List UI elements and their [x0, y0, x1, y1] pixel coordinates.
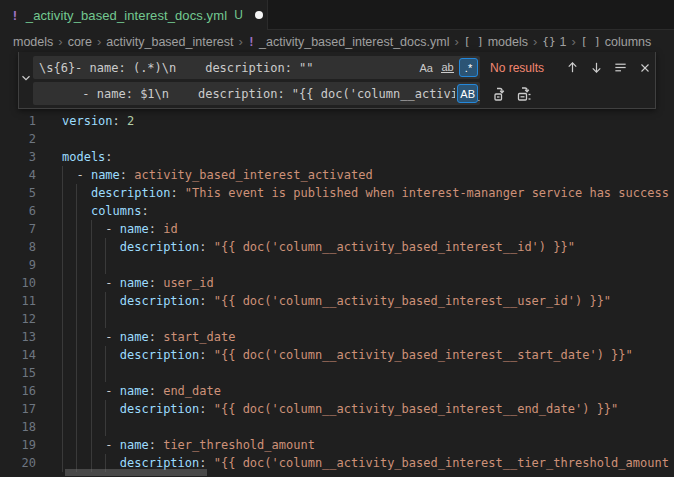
arrow-up-icon: [565, 60, 580, 75]
breadcrumb-separator-icon: ›: [237, 34, 243, 49]
indent-guide: [76, 364, 77, 382]
line-number[interactable]: 7: [0, 220, 36, 238]
chevron-down-icon: [19, 71, 33, 89]
editor-pane[interactable]: 1version: 223models:4 - name: activity_b…: [0, 52, 674, 477]
code-line[interactable]: 2: [0, 130, 674, 148]
preserve-case-toggle[interactable]: AB: [457, 84, 478, 103]
line-number[interactable]: 3: [0, 148, 36, 166]
line-number[interactable]: 2: [0, 130, 36, 148]
code-line[interactable]: 6 columns:: [0, 202, 674, 220]
indent-guide: [62, 310, 63, 328]
find-in-selection-button[interactable]: [610, 57, 631, 78]
replace-icon: [493, 86, 509, 102]
breadcrumb-item-core[interactable]: core: [68, 35, 92, 49]
code-line[interactable]: 4 - name: activity_based_interest_activa…: [0, 166, 674, 184]
breadcrumb-item-activity_based_interest[interactable]: activity_based_interest: [106, 35, 233, 49]
replace-input[interactable]: - name: $1\n description: "{{ doc('colum…: [33, 82, 480, 105]
code-text: - name: activity_based_interest_activate…: [62, 166, 373, 184]
previous-match-button[interactable]: [562, 57, 583, 78]
line-number[interactable]: 13: [0, 328, 36, 346]
line-number[interactable]: 11: [0, 292, 36, 310]
code-line[interactable]: 1version: 2: [0, 112, 674, 130]
line-number[interactable]: 10: [0, 274, 36, 292]
line-number[interactable]: 1: [0, 112, 36, 130]
code-line[interactable]: 19 - name: tier_threshold_amount: [0, 436, 674, 454]
line-number[interactable]: 19: [0, 436, 36, 454]
line-number[interactable]: 12: [0, 310, 36, 328]
indent-guide: [105, 364, 106, 382]
code-text: - name: start_date: [62, 328, 235, 346]
tab-active-file[interactable]: ! _activity_based_interest_docs.yml U: [0, 0, 268, 30]
code-text: description: "{{ doc('column__activity_b…: [62, 292, 611, 310]
indent-guide: [91, 418, 92, 436]
next-match-button[interactable]: [586, 57, 607, 78]
breadcrumb-separator-icon: ›: [532, 34, 538, 49]
line-number[interactable]: 18: [0, 418, 36, 436]
code-text: version: 2: [62, 112, 134, 130]
match-case-toggle[interactable]: Aa: [417, 58, 436, 77]
replace-all-button[interactable]: [514, 83, 535, 104]
breadcrumb-label: core: [68, 35, 92, 49]
horizontal-scrollbar-thumb[interactable]: [65, 469, 207, 476]
selection-lines-icon: [613, 60, 628, 75]
breadcrumb-item-1[interactable]: {}1: [542, 35, 566, 49]
line-number[interactable]: 16: [0, 382, 36, 400]
breadcrumb-item-models[interactable]: models: [13, 35, 53, 49]
code-line[interactable]: 11 description: "{{ doc('column__activit…: [0, 292, 674, 310]
arrow-down-icon: [589, 60, 604, 75]
breadcrumb-item-models[interactable]: [ ]models: [464, 35, 528, 49]
line-number[interactable]: 17: [0, 400, 36, 418]
symbol-object-icon: {}: [542, 35, 555, 48]
indent-guide: [76, 310, 77, 328]
line-number[interactable]: 9: [0, 256, 36, 274]
breadcrumb-label: columns: [605, 35, 652, 49]
unsaved-changes-dot-icon[interactable]: [255, 11, 263, 19]
replace-button[interactable]: [490, 83, 511, 104]
code-line[interactable]: 5 description: "This event is published …: [0, 184, 674, 202]
line-number[interactable]: 20: [0, 454, 36, 472]
toggle-replace-button[interactable]: [19, 52, 33, 108]
line-number[interactable]: 5: [0, 184, 36, 202]
code-line[interactable]: 17 description: "{{ doc('column__activit…: [0, 400, 674, 418]
code-text: description: "{{ doc('column__activity_b…: [62, 400, 618, 418]
code-line[interactable]: 8 description: "{{ doc('column__activity…: [0, 238, 674, 256]
code-line[interactable]: 10 - name: user_id: [0, 274, 674, 292]
line-number[interactable]: 15: [0, 364, 36, 382]
code-line[interactable]: 9: [0, 256, 674, 274]
breadcrumb-item-columns[interactable]: [ ]columns: [581, 35, 651, 49]
code-line[interactable]: 15: [0, 364, 674, 382]
find-input[interactable]: \s{6}- name: (.*)\n description: "" Aa a…: [33, 56, 480, 79]
code-text: - name: tier_threshold_amount: [62, 436, 315, 454]
indent-guide: [105, 310, 106, 328]
symbol-array-icon: [ ]: [581, 35, 601, 48]
breadcrumb-separator-icon: ›: [453, 34, 459, 49]
breadcrumb-label: 1: [560, 35, 567, 49]
line-number[interactable]: 14: [0, 346, 36, 364]
indent-guide: [91, 310, 92, 328]
breadcrumb-item-_activity_based_interest_docs.yml[interactable]: !_activity_based_interest_docs.yml: [248, 35, 450, 49]
code-line[interactable]: 14 description: "{{ doc('column__activit…: [0, 346, 674, 364]
regex-toggle[interactable]: .*: [459, 58, 478, 77]
code-line[interactable]: 13 - name: start_date: [0, 328, 674, 346]
line-number[interactable]: 8: [0, 238, 36, 256]
whole-word-toggle[interactable]: ab: [438, 58, 457, 77]
find-replace-widget: \s{6}- name: (.*)\n description: "" Aa a…: [18, 52, 656, 109]
breadcrumb-label: models: [488, 35, 528, 49]
code-line[interactable]: 3models:: [0, 148, 674, 166]
code-text: - name: user_id: [62, 274, 214, 292]
code-line[interactable]: 16 - name: end_date: [0, 382, 674, 400]
code-line[interactable]: 7 - name: id: [0, 220, 674, 238]
replace-input-value: - name: $1\n description: "{{ doc('colum…: [39, 87, 480, 101]
breadcrumb-label: activity_based_interest: [106, 35, 233, 49]
indent-guide: [62, 256, 63, 274]
code-line[interactable]: 18: [0, 418, 674, 436]
find-input-value: \s{6}- name: (.*)\n description: "": [39, 61, 314, 75]
breadcrumb-separator-icon: ›: [57, 34, 63, 49]
line-number[interactable]: 6: [0, 202, 36, 220]
indent-guide: [91, 256, 92, 274]
close-find-widget-button[interactable]: [634, 57, 655, 78]
line-number[interactable]: 4: [0, 166, 36, 184]
breadcrumb-separator-icon: ›: [96, 34, 102, 49]
code-line[interactable]: 12: [0, 310, 674, 328]
yaml-file-icon: !: [11, 8, 19, 23]
